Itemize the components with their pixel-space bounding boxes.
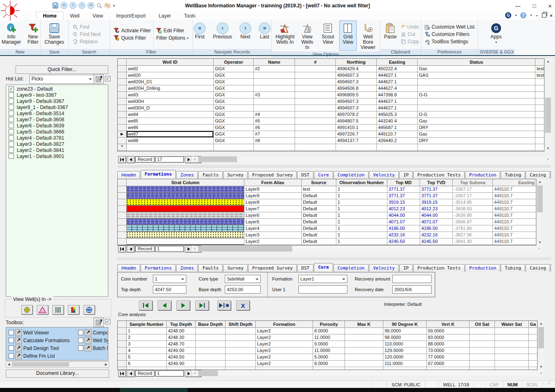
scroll-right-icon[interactable]: ▶ [103, 362, 109, 367]
cell-num[interactable] [295, 85, 336, 92]
cell-top_md[interactable]: 4232.16 [387, 232, 420, 238]
cell-extra[interactable] [535, 131, 544, 138]
core-new-record-button[interactable]: ✱ [217, 301, 231, 310]
table-row[interactable]: well5GGX#54994807.5443240.4Gas [118, 118, 544, 125]
scroll-left-icon[interactable]: ‹ [192, 370, 198, 376]
cell[interactable] [345, 328, 383, 334]
toolbox-item[interactable]: ↗Batch Su [78, 344, 108, 352]
table-row[interactable]: well6GGX#64991410.1445687.1DRY [118, 125, 544, 131]
cell-top_subsea[interactable]: -3514.95 [453, 199, 493, 206]
cell-alias[interactable]: Layer6 [244, 212, 302, 219]
checkbox[interactable] [78, 345, 83, 351]
cell[interactable] [345, 347, 383, 354]
cell-empty[interactable] [295, 144, 336, 151]
row-selector[interactable] [118, 219, 127, 225]
customize-well-list-button[interactable]: Customize Well List [425, 24, 474, 30]
cell-num[interactable] [295, 92, 336, 98]
scrollbar-thumb[interactable] [545, 98, 551, 133]
core-sample-row[interactable]: 24248.30Layer211.000098.000083.0000 [118, 334, 537, 341]
cell-obs[interactable]: 1 [336, 206, 387, 212]
cell-name[interactable]: #3 [254, 92, 295, 98]
core-first-button[interactable] [139, 301, 152, 310]
column-header[interactable]: Porosity [313, 321, 345, 328]
cell-strat-column[interactable] [127, 232, 244, 238]
new-record-marker[interactable]: * [118, 144, 127, 151]
tab-production[interactable]: Production [465, 264, 500, 272]
cell-operator[interactable]: GGX [214, 98, 254, 105]
cell-easting[interactable]: 444627.1 [377, 79, 418, 85]
table-row[interactable]: well4GGX#44997078.2445625.3O-G [118, 111, 544, 118]
cell[interactable]: 5 [127, 354, 167, 361]
cell-status[interactable]: Gas [418, 66, 535, 72]
checkbox[interactable] [9, 111, 14, 116]
cell-status[interactable]: O-G [418, 111, 535, 118]
hot-list-checkbox[interactable]: ✓ [105, 76, 110, 81]
tab-velocity[interactable]: Velocity [369, 171, 399, 178]
cell-easting[interactable]: 449110.7 [493, 232, 536, 238]
table-row[interactable]: well20GGX4994507.3444627.1GAStest3 [118, 72, 544, 79]
info-manager-button[interactable]: i Info Manager [0, 20, 23, 48]
save-changes-button[interactable]: Save Changes [42, 20, 67, 48]
cell-strat-column[interactable] [127, 212, 244, 219]
horizontal-splitter[interactable] [117, 165, 551, 167]
cell-easting[interactable]: 444627.1 [377, 72, 418, 79]
cell-top_subsea[interactable]: -3841.30 [453, 238, 493, 245]
cell-well_id[interactable]: well3 [127, 92, 214, 98]
tab-dst[interactable]: DST [297, 171, 313, 178]
cell-num[interactable] [295, 111, 336, 118]
core-sample-row[interactable]: 34248.70Layer29.0000110.000088.0000 [118, 341, 537, 347]
cell-num[interactable] [295, 105, 336, 111]
tab-zones[interactable]: Zones [176, 264, 198, 272]
tab-faults[interactable]: Faults [198, 264, 223, 272]
cell[interactable] [226, 347, 256, 354]
record-previous-button[interactable] [127, 370, 134, 377]
cell[interactable] [495, 341, 529, 347]
cell-extra[interactable] [535, 79, 544, 85]
column-header[interactable]: Top Depth [167, 321, 196, 328]
cell-northing[interactable]: 4994507.3 [336, 105, 377, 111]
cell-status[interactable]: DRY [418, 125, 535, 131]
search-icon[interactable] [96, 3, 102, 9]
cell-top_subsea[interactable]: -3781.80 [453, 225, 493, 232]
edit-filter-button[interactable]: Edit Filter [156, 28, 188, 33]
cell-easting[interactable]: 449110.7 [493, 199, 536, 206]
cell[interactable]: Layer2 [256, 354, 313, 361]
cell-easting[interactable]: 444627.4 [377, 85, 418, 92]
help-icon[interactable]: ? [520, 12, 526, 18]
record-first-button[interactable] [118, 370, 126, 377]
checkbox[interactable] [9, 345, 14, 351]
cell-easting[interactable]: 445687.1 [377, 125, 418, 131]
next-record-button[interactable]: › Next [237, 20, 253, 48]
row-selector[interactable] [118, 206, 127, 212]
cell-top_subsea[interactable]: -3666.87 [453, 219, 493, 225]
cell[interactable] [495, 354, 529, 361]
row-selector[interactable] [118, 85, 127, 92]
cell-status[interactable] [418, 105, 535, 111]
view-in-strat-viewer-button[interactable] [68, 305, 79, 314]
cell-northing[interactable]: 4994137.7 [336, 138, 377, 144]
cell[interactable]: Layer2 [256, 334, 313, 341]
cell-top_tvd[interactable]: 4071.07 [420, 219, 453, 225]
cell[interactable] [495, 334, 529, 341]
row-selector[interactable] [118, 328, 127, 334]
cell-status[interactable] [418, 79, 535, 85]
cell-extra[interactable] [535, 98, 544, 105]
cell-source[interactable]: Default [302, 193, 336, 199]
row-selector[interactable] [118, 98, 127, 105]
column-header[interactable]: Base Depth [196, 321, 226, 328]
cell-top_tvd[interactable]: 4012.23 [420, 206, 453, 212]
undo-button[interactable]: ↶ Undo [401, 24, 419, 30]
toolbox-checkbox[interactable]: ✓ [105, 319, 110, 324]
cell-obs[interactable]: 1 [336, 193, 387, 199]
ribbon-tab-home[interactable]: Home [36, 11, 63, 20]
checkbox[interactable] [9, 92, 14, 98]
cell-name[interactable]: #2 [254, 66, 295, 72]
find-button[interactable]: Find [73, 24, 101, 30]
edit-hot-list-button[interactable] [94, 74, 104, 84]
scroll-left-icon[interactable]: ‹ [192, 246, 198, 252]
scroll-up-icon[interactable]: ▲ [537, 179, 543, 185]
tab-dst[interactable]: DST [297, 264, 313, 272]
cell-alias[interactable]: Layer9 [244, 186, 302, 193]
scrollbar-thumb[interactable] [12, 362, 69, 367]
toolbox-item[interactable]: ↗Composi [78, 329, 108, 336]
